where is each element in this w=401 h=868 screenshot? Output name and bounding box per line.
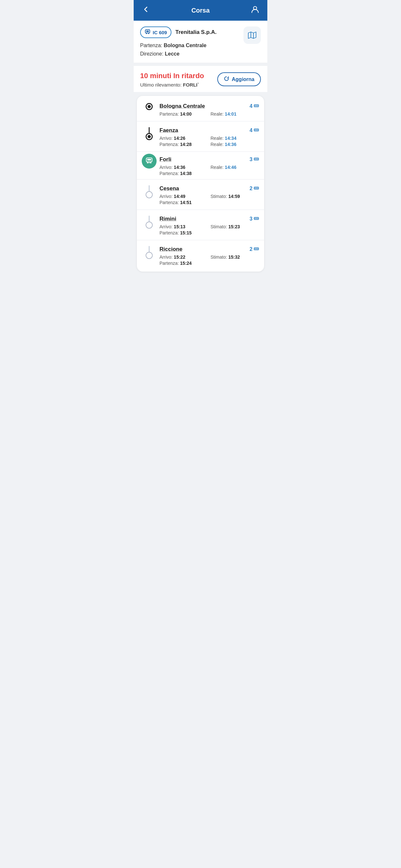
svg-rect-2	[146, 31, 149, 32]
last-detection: Ultimo rilevamento: FORLI`	[140, 82, 204, 88]
back-button[interactable]	[140, 6, 152, 15]
stop-name[interactable]: Forli	[159, 156, 172, 163]
svg-rect-22	[147, 159, 151, 160]
arrivo-real: Reale: 14:46	[211, 165, 259, 170]
last-detection-value: FORLI`	[183, 82, 199, 88]
train-info-left: IC 609 Trenitalia S.p.A. Partenza: Bolog…	[140, 27, 243, 57]
stop-circle-passed	[146, 133, 153, 140]
track-number: 4	[250, 128, 252, 133]
stop-row: Rimini 3 Arrivo: 15:13	[137, 210, 264, 240]
train-info-section: IC 609 Trenitalia S.p.A. Partenza: Bolog…	[134, 21, 267, 63]
delay-section: 10 minuti In ritardo Ultimo rilevamento:…	[134, 66, 267, 92]
stops-container: Bologna Centrale 4 Partenza	[137, 96, 264, 272]
aggiorna-button[interactable]: Aggiorna	[217, 72, 261, 86]
stop-content: Cesena 2 Arrivo: 14:49	[156, 185, 259, 205]
track-info: 2	[250, 185, 259, 192]
aggiorna-label: Aggiorna	[232, 76, 254, 82]
track-info: 3	[250, 216, 259, 222]
track-icon	[254, 103, 259, 110]
stop-content: Faenza 4 Arrivo: 14:26	[156, 127, 259, 147]
timeline-col	[142, 103, 156, 110]
arrivo-est: Stimato: 15:23	[211, 224, 259, 229]
train-icon	[145, 29, 150, 36]
stop-row: Riccione 2 Arrivo: 15:22	[137, 240, 264, 270]
track-number: 2	[250, 246, 252, 252]
stop-circle-current	[142, 154, 157, 168]
partenza-sched: Partenza: 14:38	[159, 171, 208, 176]
track-info: 2	[250, 246, 259, 252]
stop-name[interactable]: Cesena	[159, 185, 179, 192]
track-icon	[254, 216, 259, 222]
track-icon	[254, 246, 259, 252]
partenza-sched: Partenza: 14:28	[159, 142, 208, 147]
stop-name[interactable]: Faenza	[159, 127, 178, 134]
timeline-col	[142, 155, 156, 167]
track-number: 3	[250, 157, 252, 162]
arrivo-sched: Arrivo: 14:49	[159, 194, 208, 199]
track-number: 2	[250, 186, 252, 191]
stop-row: Faenza 4 Arrivo: 14:26	[137, 121, 264, 152]
arrivo-est: Stimato: 14:59	[211, 194, 259, 199]
stop-content: Bologna Centrale 4 Partenza	[156, 103, 259, 117]
direzione-row: Direzione: Lecce	[140, 51, 243, 57]
arrivo-sched: Arrivo: 14:36	[159, 165, 208, 170]
stop-circle-future	[146, 191, 153, 198]
partenza-real	[211, 171, 259, 176]
arrivo-sched: Arrivo: 15:13	[159, 224, 208, 229]
map-button[interactable]	[243, 27, 261, 44]
partenza-real: Reale: 14:36	[211, 142, 259, 147]
stop-row: Bologna Centrale 4 Partenza	[137, 96, 264, 121]
stop-circle-passed	[146, 103, 153, 110]
partenza-sched: Partenza: 14:00	[159, 112, 208, 117]
stop-name[interactable]: Rimini	[159, 216, 176, 222]
user-icon[interactable]	[249, 5, 261, 16]
stop-circle-future	[146, 252, 153, 259]
track-icon	[254, 185, 259, 192]
last-detection-label: Ultimo rilevamento:	[140, 82, 181, 88]
timeline-col	[142, 216, 156, 228]
partenza-row: Partenza: Bologna Centrale	[140, 42, 243, 49]
direzione-value: Lecce	[165, 51, 179, 57]
header: Corsa	[134, 0, 267, 21]
train-badge-row: IC 609 Trenitalia S.p.A.	[140, 27, 243, 38]
svg-marker-8	[251, 32, 253, 38]
timeline-col	[142, 185, 156, 198]
timeline-col	[142, 127, 156, 140]
delay-left: 10 minuti In ritardo Ultimo rilevamento:…	[140, 72, 204, 88]
partenza-sched: Partenza: 14:51	[159, 200, 208, 205]
partenza-value: Bologna Centrale	[164, 42, 206, 48]
stop-content: Riccione 2 Arrivo: 15:22	[156, 246, 259, 266]
stop-row: Cesena 2 Arrivo: 14:49	[137, 180, 264, 210]
arrivo-real: Reale: 14:34	[211, 135, 259, 141]
operator-name: Trenitalia S.p.A.	[175, 29, 217, 35]
partenza-label: Partenza:	[140, 42, 162, 48]
page-title: Corsa	[152, 7, 249, 14]
train-badge: IC 609	[140, 27, 172, 38]
track-number: 4	[250, 103, 252, 109]
svg-marker-10	[253, 32, 256, 38]
partenza-real: Reale: 14:01	[211, 112, 259, 117]
track-info: 4	[250, 127, 259, 134]
stop-row: Forli 3 Arrivo: 14:36	[137, 152, 264, 180]
arrivo-sched: Arrivo: 14:26	[159, 135, 208, 141]
track-number: 3	[250, 216, 252, 222]
current-train-icon	[145, 157, 153, 166]
train-number: IC 609	[153, 30, 167, 35]
stop-name[interactable]: Bologna Centrale	[159, 103, 205, 110]
partenza-sched: Partenza: 15:24	[159, 260, 208, 266]
delay-text: 10 minuti In ritardo	[140, 72, 204, 80]
stop-name[interactable]: Riccione	[159, 246, 182, 252]
arrivo-sched: Arrivo: 15:22	[159, 254, 208, 259]
track-icon	[254, 127, 259, 134]
svg-marker-9	[248, 32, 251, 38]
refresh-icon	[224, 76, 229, 83]
partenza-sched: Partenza: 15:15	[159, 230, 208, 236]
stop-circle-future	[146, 221, 153, 228]
direzione-label: Direzione:	[140, 51, 163, 57]
stop-content: Rimini 3 Arrivo: 15:13	[156, 216, 259, 236]
arrivo-est: Stimato: 15:32	[211, 254, 259, 259]
track-info: 3	[250, 156, 259, 163]
track-info: 4	[250, 103, 259, 110]
track-icon	[254, 156, 259, 163]
stop-content: Forli 3 Arrivo: 14:36	[156, 155, 259, 176]
